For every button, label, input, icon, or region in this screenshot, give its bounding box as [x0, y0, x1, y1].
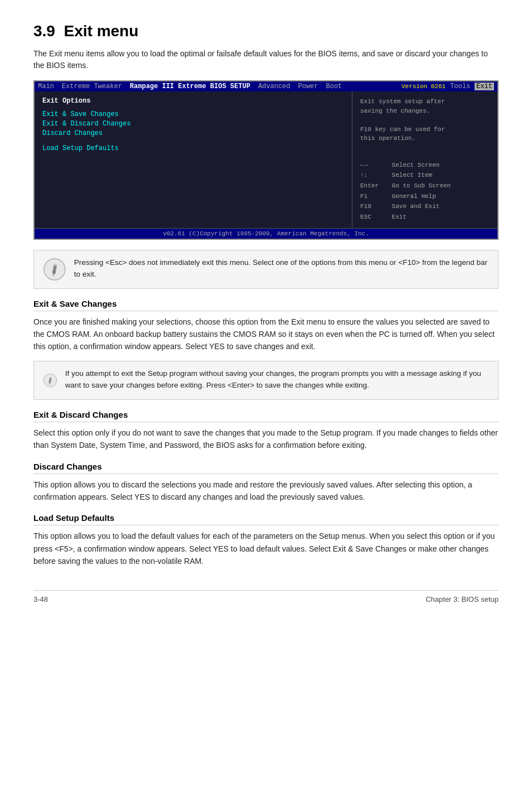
intro-text: The Exit menu items allow you to load th… [33, 48, 499, 71]
bios-body: Exit Options Exit & Save Changes Exit & … [35, 91, 497, 228]
note-text-2: If you attempt to exit the Setup program… [65, 368, 489, 392]
bios-title: Rampage III Extreme BIOS SETUP [130, 83, 250, 90]
bios-left-panel: Exit Options Exit & Save Changes Exit & … [35, 91, 352, 228]
page-footer: 3-48 Chapter 3: BIOS setup [33, 590, 499, 603]
pencil-icon-1 [43, 257, 66, 282]
bios-option-discard[interactable]: Discard Changes [42, 129, 344, 137]
body-discard: This option allows you to discard the se… [33, 479, 499, 504]
bios-menu-exit[interactable]: Exit [475, 83, 494, 90]
footer-page-number: 3-48 [33, 595, 48, 603]
bios-menu-boot[interactable]: Boot [326, 83, 342, 90]
bios-menu-advanced[interactable]: Advanced [258, 83, 291, 90]
bios-right-panel: Exit system setup after saving the chang… [352, 91, 497, 228]
bios-menu-extreme[interactable]: Extreme Tweaker [62, 83, 122, 90]
heading-load-defaults: Load Setup Defaults [33, 513, 499, 525]
bios-menu-power[interactable]: Power [298, 83, 318, 90]
heading-exit-discard: Exit & Discard Changes [33, 410, 499, 422]
bios-menu-tools[interactable]: Tools [450, 83, 470, 90]
note-box-2: If you attempt to exit the Setup program… [33, 361, 499, 400]
heading-discard: Discard Changes [33, 462, 499, 474]
bios-footer: v02.61 (C)Copyright 1985-2009, American … [35, 228, 497, 239]
pencil-icon-2 [43, 368, 57, 393]
bios-ui-box: Main Extreme Tweaker Rampage III Extreme… [33, 80, 499, 240]
body-exit-discard: Select this option only if you do not wa… [33, 427, 499, 452]
bios-option-exit-discard[interactable]: Exit & Discard Changes [42, 120, 344, 128]
heading-exit-save: Exit & Save Changes [33, 299, 499, 311]
note-box-1: Pressing <Esc> does not immediately exit… [33, 250, 499, 289]
bios-menu-main[interactable]: Main [38, 83, 54, 90]
bios-option-load-defaults[interactable]: Load Setup Defaults [42, 144, 344, 152]
body-load-defaults: This option allows you to load the defau… [33, 530, 499, 567]
note-text-1: Pressing <Esc> does not immediately exit… [74, 257, 489, 281]
bios-section-label: Exit Options [42, 97, 344, 105]
section-title: 3.9 Exit menu [33, 22, 499, 40]
bios-option-exit-save[interactable]: Exit & Save Changes [42, 110, 344, 118]
bios-version: Version 0261 [402, 83, 446, 90]
body-exit-save: Once you are finished making your select… [33, 316, 499, 353]
footer-chapter: Chapter 3: BIOS setup [425, 595, 499, 603]
bios-legend: ←→ Select Screen ↑↓ Select Item Enter Go… [360, 160, 490, 223]
bios-menubar: Main Extreme Tweaker Rampage III Extreme… [35, 81, 497, 91]
bios-help-text: Exit system setup after saving the chang… [360, 97, 490, 143]
bios-menu-items: Main Extreme Tweaker Rampage III Extreme… [38, 83, 342, 90]
